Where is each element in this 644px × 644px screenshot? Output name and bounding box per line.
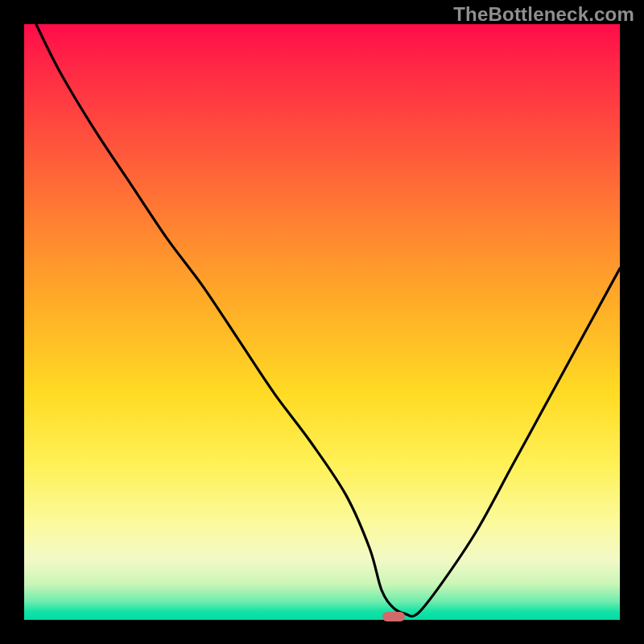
chart-frame: TheBottleneck.com — [0, 0, 644, 644]
watermark-text: TheBottleneck.com — [453, 3, 634, 26]
curve-path — [36, 24, 620, 617]
bottleneck-curve — [24, 24, 620, 620]
plot-area — [24, 24, 620, 620]
optimal-marker — [382, 612, 405, 621]
